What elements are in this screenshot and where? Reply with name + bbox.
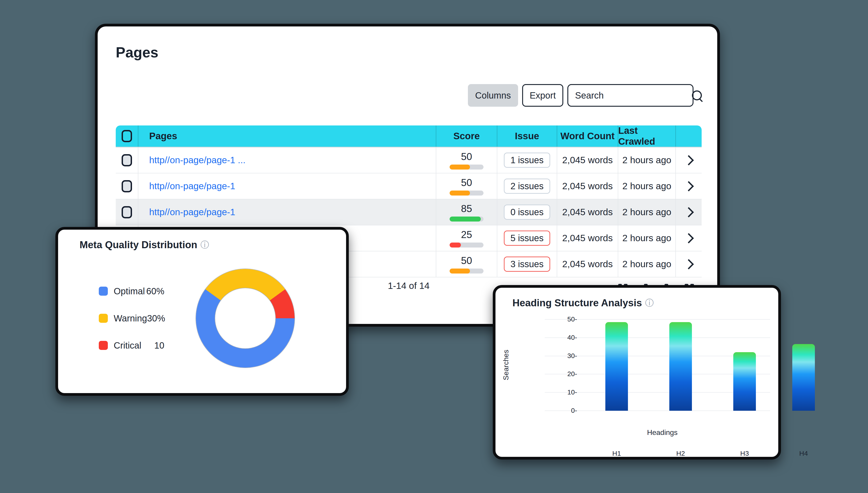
info-icon[interactable]: ⓘ: [200, 240, 209, 249]
legend-item: Optimal60%: [99, 286, 164, 296]
issues-badge: 1 issues: [504, 153, 550, 168]
bar-h2: [669, 322, 692, 411]
score-progress-fill: [450, 191, 470, 195]
toolbar: Columns Export: [97, 84, 717, 107]
score-progress-fill: [450, 165, 470, 170]
legend-value: 30%: [147, 313, 165, 323]
legend-swatch: [99, 341, 108, 350]
score-cell: 50: [450, 151, 483, 170]
page-url-link[interactable]: http//on-page/page-1 ...: [149, 155, 245, 166]
score-value: 50: [461, 255, 472, 266]
y-axis-tick-label: 10-: [550, 388, 577, 396]
page-url-link[interactable]: http//on-page/page-1: [149, 207, 235, 217]
bar-chart: 0-10-20-30-40-50-H1H2H3H4: [545, 319, 770, 411]
score-progress-fill: [450, 217, 481, 221]
column-header-pages: Pages: [149, 131, 177, 142]
x-axis-tick-label: H3: [726, 450, 763, 457]
word-count-value: 2,045 words: [562, 233, 612, 243]
x-axis-tick-label: H4: [785, 450, 822, 457]
bar-h4: [792, 344, 815, 411]
score-progress-track: [450, 269, 483, 274]
y-axis-label: Searches: [502, 319, 510, 411]
legend-swatch: [99, 286, 108, 296]
gridline: [545, 338, 770, 338]
score-value: 85: [461, 203, 472, 214]
column-header-issue: Issue: [515, 131, 539, 142]
row-expand-chevron-icon[interactable]: [683, 181, 694, 191]
legend-label: Optimal: [114, 286, 145, 296]
y-axis-tick-label: 20-: [550, 370, 577, 378]
meta-quality-title: Meta Quality Distribution ⓘ: [80, 239, 209, 251]
y-axis-tick-label: 40-: [550, 334, 577, 341]
table-header-row: Pages Score Issue Word Count Last Crawle…: [116, 126, 702, 147]
score-value: 25: [461, 229, 472, 240]
column-header-score: Score: [453, 131, 480, 142]
heading-structure-title: Heading Structure Analysis ⓘ: [513, 297, 654, 308]
bar-h1: [605, 322, 628, 411]
donut-legend: Optimal60%Warning30%Critical10: [99, 286, 164, 350]
row-expand-chevron-icon[interactable]: [683, 233, 694, 243]
legend-swatch: [99, 314, 108, 323]
export-button-label: Export: [529, 90, 556, 101]
last-crawled-value: 2 hours ago: [622, 181, 671, 191]
columns-button[interactable]: Columns: [468, 84, 518, 107]
score-cell: 25: [450, 229, 483, 248]
row-expand-chevron-icon[interactable]: [683, 155, 694, 165]
y-axis-tick-label: 50-: [550, 315, 577, 323]
word-count-value: 2,045 words: [562, 155, 612, 166]
row-checkbox[interactable]: [122, 206, 132, 218]
legend-value: 10: [143, 340, 164, 350]
issues-badge: 2 issues: [504, 178, 550, 194]
legend-label: Critical: [114, 340, 143, 350]
columns-button-label: Columns: [475, 90, 511, 101]
donut-hole: [215, 288, 275, 348]
y-axis-tick-label: 30-: [550, 352, 577, 360]
issues-badge: 3 issues: [504, 257, 550, 272]
row-expand-chevron-icon[interactable]: [683, 207, 694, 217]
row-expand-chevron-icon[interactable]: [683, 259, 694, 269]
score-value: 50: [461, 151, 472, 162]
last-crawled-value: 2 hours ago: [622, 207, 671, 217]
search-box: [567, 84, 694, 107]
score-cell: 85: [450, 203, 483, 221]
score-progress-track: [450, 217, 483, 221]
table-row: http//on-page/page-1502 issues2,045 word…: [116, 173, 702, 199]
page-title: Pages: [116, 44, 158, 61]
legend-label: Warning: [114, 313, 147, 323]
word-count-value: 2,045 words: [562, 207, 612, 217]
heading-structure-card: Heading Structure Analysis ⓘ Searches 0-…: [493, 285, 781, 459]
score-progress-track: [450, 165, 483, 170]
score-value: 50: [461, 177, 472, 188]
page-url-link[interactable]: http//on-page/page-1: [149, 181, 235, 191]
score-progress-track: [450, 242, 483, 248]
score-cell: 50: [450, 177, 483, 195]
row-checkbox[interactable]: [122, 180, 132, 192]
select-all-checkbox[interactable]: [122, 130, 132, 142]
row-checkbox[interactable]: [122, 154, 132, 166]
column-header-last-crawled: Last Crawled: [618, 126, 675, 147]
score-progress-fill: [450, 269, 470, 274]
search-input[interactable]: [574, 90, 692, 101]
donut-chart: [196, 269, 295, 367]
legend-item: Warning30%: [99, 313, 164, 323]
legend-item: Critical10: [99, 340, 164, 350]
gridline: [545, 319, 770, 320]
last-crawled-value: 2 hours ago: [622, 233, 671, 243]
x-axis-label: Headings: [637, 428, 687, 437]
search-icon[interactable]: [692, 90, 702, 100]
last-crawled-value: 2 hours ago: [622, 155, 671, 166]
issues-badge: 0 issues: [504, 205, 550, 220]
info-icon[interactable]: ⓘ: [645, 299, 654, 307]
x-axis-tick-label: H2: [663, 450, 699, 457]
last-crawled-value: 2 hours ago: [622, 259, 671, 270]
table-row: http//on-page/page-1 ...501 issues2,045 …: [116, 147, 702, 173]
legend-value: 60%: [145, 286, 164, 296]
word-count-value: 2,045 words: [562, 181, 612, 191]
desktop-background: { "main_panel": { "title": "Pages", "too…: [0, 0, 868, 493]
export-button[interactable]: Export: [522, 84, 563, 107]
score-progress-track: [450, 191, 483, 195]
score-progress-fill: [450, 242, 461, 248]
meta-quality-card: Meta Quality Distribution ⓘ Optimal60%Wa…: [56, 227, 349, 396]
x-axis-tick-label: H1: [599, 450, 635, 457]
word-count-value: 2,045 words: [562, 259, 612, 270]
